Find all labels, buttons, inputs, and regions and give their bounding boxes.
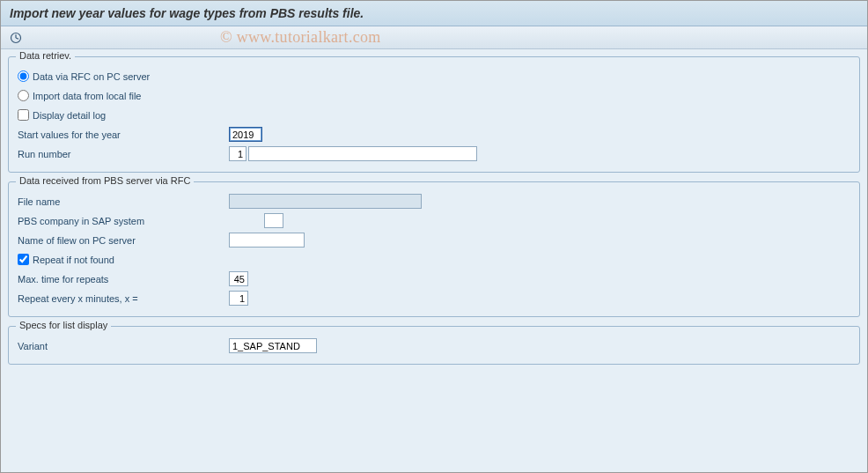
file-name-input — [229, 194, 422, 209]
year-label: Start values for the year — [18, 129, 229, 140]
pbs-company-label: PBS company in SAP system — [18, 216, 264, 226]
svg-line-2 — [16, 38, 18, 39]
radio-rfc-pc-server[interactable] — [18, 70, 29, 82]
window-title: Import new year values for wage types fr… — [1, 1, 867, 26]
content-area: Data retriev. Data via RFC on PC server … — [1, 49, 867, 473]
group-title: Data retriev. — [16, 50, 75, 61]
radio-rfc-label[interactable]: Data via RFC on PC server — [33, 71, 150, 82]
run-number-input[interactable] — [229, 146, 246, 161]
repeat-every-input[interactable] — [229, 291, 248, 306]
pc-file-label: Name of filew on PC server — [18, 235, 229, 246]
execute-icon[interactable] — [8, 30, 24, 46]
maxtime-input[interactable] — [229, 271, 248, 286]
checkbox-display-log[interactable] — [18, 109, 29, 121]
pbs-company-input[interactable] — [264, 213, 283, 228]
repeat-every-label: Repeat every x minutes, x = — [18, 293, 229, 304]
group-title: Specs for list display — [16, 320, 111, 330]
run-number-desc-input[interactable] — [248, 146, 477, 161]
radio-local-file[interactable] — [18, 90, 29, 101]
radio-local-label[interactable]: Import data from local file — [33, 91, 142, 101]
run-number-label: Run number — [18, 149, 229, 159]
year-input[interactable] — [229, 127, 262, 142]
toolbar — [1, 26, 867, 49]
group-pbs-rfc: Data received from PBS server via RFC Fi… — [8, 181, 860, 317]
checkbox-repeat-label[interactable]: Repeat if not found — [33, 255, 114, 265]
pc-file-input[interactable] — [229, 233, 305, 248]
maxtime-label: Max. time for repeats — [18, 274, 229, 285]
variant-input[interactable] — [229, 338, 317, 353]
file-name-label: File name — [18, 196, 229, 207]
group-list-display: Specs for list display Variant — [8, 326, 860, 365]
checkbox-display-log-label[interactable]: Display detail log — [33, 110, 106, 121]
group-title: Data received from PBS server via RFC — [16, 175, 194, 186]
checkbox-repeat[interactable] — [18, 254, 29, 265]
variant-label: Variant — [18, 341, 229, 351]
group-data-retrieval: Data retriev. Data via RFC on PC server … — [8, 56, 860, 173]
